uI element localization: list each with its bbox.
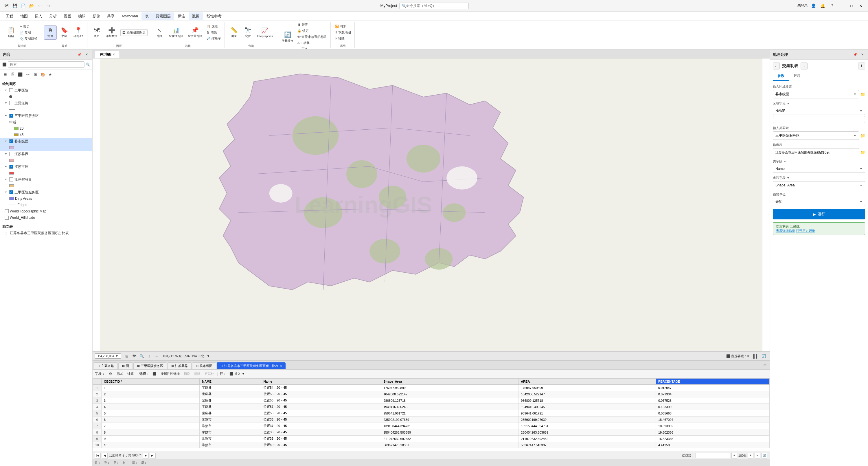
tab-face[interactable]: ⊞ 面 (118, 362, 133, 369)
col-header-objectid[interactable]: OBJECTID * (101, 379, 199, 385)
search-input[interactable] (406, 4, 458, 8)
table-options-btn[interactable]: ☰ (762, 362, 769, 369)
menu-table[interactable]: 表 (142, 12, 152, 20)
layer-checkbox-checked[interactable]: ✓ (9, 165, 13, 169)
layer-item[interactable]: World_Hillshade (0, 214, 92, 221)
geo-input-output-value[interactable]: 江苏各县市三甲医院服务区面积占比表 (773, 148, 859, 156)
layer-checkbox[interactable] (9, 101, 13, 105)
measure-btn[interactable]: 📏 测量 (228, 26, 241, 39)
more-btn[interactable]: ⋯ 更多 (296, 46, 328, 50)
map-tab[interactable]: 🗺 地图 ✕ (95, 51, 120, 58)
copy-path-btn[interactable]: 📎 复制路径 (19, 36, 38, 41)
tab-percentage-table[interactable]: ⊞ 江苏各县市三甲医院服务区面积占比表 ✕ (217, 362, 286, 369)
filter-btn[interactable]: ⬛ (17, 71, 24, 78)
undo-btn[interactable]: ↩ (36, 2, 43, 9)
layer-item[interactable]: ▼ 主要道路 (0, 100, 92, 106)
col-header-area[interactable]: AREA (519, 379, 656, 385)
lock-btn[interactable]: 🔒 锁定 (296, 28, 328, 34)
open-btn[interactable]: 📂 (28, 2, 35, 9)
layer-checkbox-checked[interactable]: ✓ (9, 139, 13, 143)
convert-btn[interactable]: A→ 转换 (296, 40, 328, 46)
scalebar-btn[interactable]: ═ (153, 353, 160, 359)
layer-checkbox-checked[interactable]: ✓ (9, 114, 13, 118)
layer-item[interactable]: ▼ ✓ 三甲医院服务区 (0, 113, 92, 119)
view-unplaced-btn[interactable]: 👁 查看未放置的标注 (296, 34, 328, 40)
command-search[interactable]: 🔍 (399, 3, 469, 9)
sync-btn[interactable]: 🔁 同步 (334, 24, 352, 29)
paste-btn[interactable]: 📋 粘贴 (5, 26, 18, 39)
geo-tab-params[interactable]: 参数 (773, 72, 789, 81)
smart-stop-btn[interactable]: ⏸ 智停 (296, 22, 328, 28)
tab-county-boundary[interactable]: ⊞ 江苏县界 (167, 362, 191, 369)
nav-prev-btn[interactable]: ◀ (102, 453, 107, 459)
layer-item[interactable]: World Topographic Map (0, 208, 92, 214)
grid-btn[interactable]: ⊞ (32, 71, 39, 78)
table-row[interactable]: 10 10 常熟市 位置40：20－45 56367147.518337 563… (93, 442, 770, 448)
locate-btn[interactable]: 🔭 定位 (242, 26, 254, 39)
remove-btn[interactable]: ✕ 移除 (334, 36, 352, 41)
geo-run-btn[interactable]: ▶ 运行 (773, 209, 865, 220)
new-btn[interactable]: 📄 (20, 2, 27, 9)
geo-tab-env[interactable]: 环境 (789, 72, 805, 81)
standalone-table-item[interactable]: ⊞ 江苏各县市三甲医院服务区面积占比表 (0, 230, 92, 236)
geo-input-class-field[interactable]: Name ▼ (773, 165, 865, 173)
right-panel-pin-btn[interactable]: 📌 (852, 52, 858, 58)
layer-checkbox[interactable] (9, 177, 13, 181)
scale-display[interactable]: 1:4,298,084 ▼ (95, 353, 121, 359)
zoom-in-btn[interactable]: + (748, 453, 753, 459)
expand-icon[interactable]: ▼ (783, 160, 786, 163)
table-row[interactable]: 2 2 宝应县 位置55：20－45 1042000.522147 104200… (93, 391, 770, 398)
notification-icon[interactable]: 🔔 (819, 2, 826, 9)
copy-btn[interactable]: 📄 复制 (19, 30, 38, 35)
magnifier-btn[interactable]: 🔍 (138, 353, 145, 359)
menu-view[interactable]: 视图 (60, 12, 75, 20)
panel-close-btn[interactable]: ✕ (84, 52, 89, 58)
expand-icon[interactable]: ▼ (787, 102, 789, 105)
map-container[interactable]: LearningGIS (93, 58, 770, 351)
user-icon[interactable]: 👤 (810, 2, 817, 9)
geo-input-zone-value[interactable]: 县市级面 ▼ (773, 90, 859, 98)
menu-edit[interactable]: 编辑 (75, 12, 89, 20)
maximize-btn[interactable]: □ (847, 1, 856, 10)
menu-image[interactable]: 影像 (89, 12, 103, 20)
layer-item-selected[interactable]: ▼ ✓ 县市级面 (0, 138, 92, 144)
table-content[interactable]: OBJECTID * NAME Name Shape_Area AREA PER… (93, 378, 770, 452)
nav-first-btn[interactable]: |◀ (95, 453, 101, 459)
menu-linear-ref[interactable]: 线性参考 (203, 12, 225, 20)
col-header-name2[interactable]: Name (261, 379, 381, 385)
attr-select-btn[interactable]: 📊 按属性选择 (167, 26, 185, 39)
menu-share[interactable]: 共享 (103, 12, 118, 20)
tab-close-btn[interactable]: ✕ (279, 365, 282, 368)
col-header-name[interactable]: NAME (199, 379, 261, 385)
table-row[interactable]: 9 9 常熟市 位置39：20－45 211072632.692482 2110… (93, 436, 770, 442)
help-icon[interactable]: ? (829, 2, 836, 9)
clear-sel-btn[interactable]: 清除 (193, 371, 202, 377)
cut-sel-btn[interactable]: 切换 (183, 371, 191, 377)
star-btn[interactable]: ★ (47, 71, 54, 78)
db-btn[interactable]: 🗄 (9, 71, 16, 78)
layer-checkbox[interactable] (5, 209, 9, 213)
infographics-btn[interactable]: 📈 Infographics (255, 26, 275, 39)
more-sel-btn[interactable]: 更其他 (204, 371, 215, 377)
geo-input-sum-field[interactable]: Shape_Area ▼ (773, 181, 865, 189)
close-btn[interactable]: ✕ (857, 1, 865, 10)
table-row[interactable]: 7 7 常熟市 位置37：20－45 139150444.394731 1391… (93, 423, 770, 429)
attr-sel-btn[interactable]: 按属性性选择 (159, 371, 181, 377)
layer-item[interactable]: ▼ 二甲医院 (0, 87, 92, 93)
layer-checkbox[interactable] (9, 88, 13, 92)
folder-browse-btn[interactable]: 📁 (860, 92, 865, 97)
table-row[interactable]: 6 6 常熟市 位置36：20－45 235902199.07639 23590… (93, 416, 770, 423)
panel-pin-btn[interactable]: 📌 (77, 52, 83, 58)
select-tool-btn[interactable]: ⬛ (151, 371, 158, 376)
cut-btn[interactable]: ✂ 剪切 (19, 24, 38, 29)
redo-btn[interactable]: ↪ (45, 2, 52, 9)
goto-xy-btn[interactable]: 📍 转到XY (72, 26, 85, 39)
layer-item[interactable]: ▼ ✓ 江苏市届 (0, 164, 92, 170)
layer-checkbox[interactable] (9, 152, 13, 156)
loc-select-btn[interactable]: 📌 按位置选择 (186, 26, 204, 39)
filter-apply-btn[interactable]: + (732, 453, 737, 459)
folder-browse-btn-3[interactable]: 📁 (860, 150, 865, 154)
zoom-out-btn[interactable]: − (754, 453, 761, 459)
coord-transform-btn[interactable]: 🔄 坐标转换 (280, 30, 295, 44)
table-row[interactable]: 4 4 宝应县 位置57：20－45 1949416.406245 194941… (93, 404, 770, 410)
